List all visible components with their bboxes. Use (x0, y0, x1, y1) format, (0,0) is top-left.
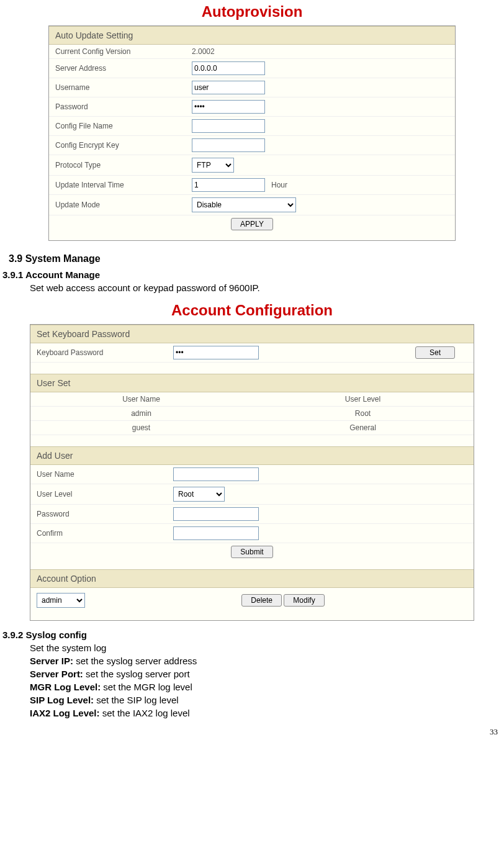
update-mode-label: Update Mode (49, 195, 186, 215)
heading-3-9: 3.9 System Manage (9, 253, 504, 264)
heading-3-9-1: 3.9.1 Account Manage (2, 269, 504, 280)
table-row: guest General (30, 421, 474, 435)
user-name-cell: guest (30, 421, 252, 435)
add-user-name-input[interactable] (173, 467, 259, 481)
password-input[interactable] (192, 100, 265, 114)
table-row: admin Root (30, 407, 474, 421)
update-interval-time-label: Update Interval Time (49, 176, 186, 195)
add-user-level-select[interactable]: Root (173, 487, 225, 502)
delete-button[interactable]: Delete (241, 594, 282, 607)
add-user-password-input[interactable] (173, 507, 259, 521)
hour-label: Hour (271, 181, 287, 189)
page-number: 33 (0, 721, 504, 741)
account-config-panel: Set Keyboard Password Keyboard Password … (30, 324, 474, 621)
syslog-line: SIP Log Level: set the SIP log level (30, 695, 504, 705)
heading-3-9-2: 3.9.2 Syslog config (2, 630, 504, 640)
account-option-header: Account Option (30, 569, 474, 588)
paragraph-3-9-1: Set web access account or keypad passwor… (30, 282, 504, 293)
autoprovision-title: Autoprovision (0, 3, 504, 20)
update-mode-select[interactable]: Disable (192, 197, 296, 212)
paragraph-3-9-2: Set the system log (30, 643, 504, 653)
add-user-confirm-label: Confirm (30, 524, 167, 543)
user-name-header: User Name (30, 392, 252, 407)
autoprovision-panel: Auto Update Setting Current Config Versi… (48, 25, 456, 241)
modify-button[interactable]: Modify (284, 594, 324, 607)
config-file-name-label: Config File Name (49, 117, 186, 136)
submit-button[interactable]: Submit (231, 546, 272, 558)
syslog-line: Server IP: set the syslog server address (30, 656, 504, 666)
username-input[interactable] (192, 81, 265, 94)
add-user-confirm-input[interactable] (173, 526, 259, 540)
protocol-type-select[interactable]: FTP (192, 158, 234, 173)
config-encrypt-key-label: Config Encrypt Key (49, 136, 186, 155)
server-address-input[interactable] (192, 61, 265, 75)
update-interval-time-input[interactable] (192, 178, 265, 192)
user-name-cell: admin (30, 407, 252, 421)
add-user-password-label: Password (30, 505, 167, 524)
set-button[interactable]: Set (415, 346, 455, 359)
add-user-level-label: User Level (30, 484, 167, 505)
username-label: Username (49, 78, 186, 97)
syslog-line: Server Port: set the syslog server port (30, 669, 504, 679)
set-keyboard-password-header: Set Keyboard Password (30, 325, 474, 343)
auto-update-setting-header: Auto Update Setting (49, 26, 455, 45)
config-file-name-input[interactable] (192, 119, 265, 133)
user-set-header: User Set (30, 374, 474, 392)
account-config-title: Account Configuration (0, 302, 504, 319)
user-level-cell: Root (252, 407, 474, 421)
apply-button[interactable]: APPLY (231, 218, 273, 230)
current-config-version-value: 2.0002 (186, 45, 455, 59)
password-label: Password (49, 97, 186, 117)
config-encrypt-key-input[interactable] (192, 138, 265, 152)
syslog-line: IAX2 Log Level: set the IAX2 log level (30, 708, 504, 718)
server-address-label: Server Address (49, 59, 186, 78)
syslog-line: MGR Log Level: set the MGR log level (30, 682, 504, 692)
keyboard-password-input[interactable] (173, 346, 259, 359)
user-level-cell: General (252, 421, 474, 435)
protocol-type-label: Protocol Type (49, 155, 186, 176)
add-user-header: Add User (30, 446, 474, 465)
keyboard-password-label: Keyboard Password (30, 343, 167, 363)
current-config-version-label: Current Config Version (49, 45, 186, 59)
add-user-name-label: User Name (30, 465, 167, 484)
account-option-select[interactable]: admin (37, 593, 85, 608)
user-level-header: User Level (252, 392, 474, 407)
